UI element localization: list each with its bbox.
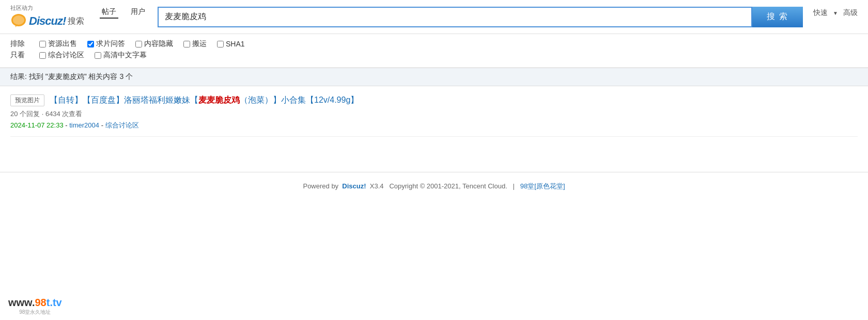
advanced-link[interactable]: 高级 — [843, 8, 858, 18]
quick-link[interactable]: 快速 — [813, 8, 828, 18]
exclude-label: 排除 — [10, 39, 29, 49]
filter-sha1[interactable]: SHA1 — [217, 40, 245, 48]
filter-sha1-label: SHA1 — [226, 40, 245, 48]
result-title-prefix: 【自转】【百度盘】洛丽塔福利姬嫩妹【 — [50, 95, 198, 104]
footer-discuz-brand: Discuz! — [342, 182, 366, 190]
search-button[interactable]: 搜 索 — [752, 7, 803, 27]
quick-dropdown-icon[interactable]: ▼ — [833, 10, 838, 16]
view-label: 只看 — [10, 51, 29, 60]
discuz-logo-icon — [10, 13, 27, 29]
search-input[interactable] — [158, 7, 752, 27]
results-summary: 结果: 找到 "麦麦脆皮鸡" 相关内容 3 个 — [10, 72, 133, 81]
footer-separator: | — [513, 182, 515, 190]
num-text: 98 — [35, 297, 46, 308]
result-info: 2024-11-07 22:33 - timer2004 - 综合讨论区 — [10, 121, 858, 130]
result-date: 2024-11-07 22:33 — [10, 121, 64, 129]
logo-discuz-row: Discuz! 搜索 — [10, 13, 84, 29]
filter-move-checkbox[interactable] — [183, 41, 190, 47]
filter-row-2: 只看 综合讨论区 高清中文字幕 — [10, 51, 858, 60]
filter-general-label: 综合讨论区 — [48, 51, 84, 60]
filter-hidden-checkbox[interactable] — [135, 41, 142, 47]
result-author-link[interactable]: timer2004 — [69, 121, 99, 129]
footer-powered-by: Powered by — [303, 182, 338, 190]
filter-area: 排除 资源出售 求片问答 内容隐藏 搬运 SHA1 只看 综合讨论区 — [0, 34, 868, 68]
filter-sha1-checkbox[interactable] — [217, 41, 224, 47]
logo-area: 社区动力 Discuz! 搜索 — [10, 4, 84, 29]
filter-hd-checkbox[interactable] — [95, 52, 101, 59]
filter-hidden-label: 内容隐藏 — [144, 39, 173, 49]
bottom-logo-line1: www.98t.tv — [8, 297, 62, 309]
header-right: 快速 ▼ 高级 — [813, 4, 858, 18]
www-text: www. — [8, 297, 35, 308]
filter-move-label: 搬运 — [192, 39, 207, 49]
filter-qa[interactable]: 求片问答 — [87, 39, 125, 49]
footer-site-link[interactable]: 98堂[原色花堂] — [520, 182, 565, 190]
results-header: 结果: 找到 "麦麦脆皮鸡" 相关内容 3 个 — [0, 68, 868, 86]
filter-resources-checkbox[interactable] — [39, 41, 46, 47]
nav-tabs: 帖子 用户 — [100, 4, 147, 19]
footer-version: X3.4 — [370, 182, 384, 190]
header: 社区动力 Discuz! 搜索 帖子 用户 搜 索 快速 ▼ 高级 — [0, 0, 868, 34]
result-dash2: - — [101, 121, 105, 129]
filter-qa-label: 求片问答 — [96, 39, 125, 49]
filter-hidden[interactable]: 内容隐藏 — [135, 39, 173, 49]
search-label-text: 搜索 — [68, 16, 84, 27]
discuz-brand-text: Discuz! — [29, 14, 66, 28]
table-row: 预览图片 【自转】【百度盘】洛丽塔福利姬嫩妹【麦麦脆皮鸡（泡菜）】小合集【12v… — [10, 94, 858, 137]
result-title-row: 预览图片 【自转】【百度盘】洛丽塔福利姬嫩妹【麦麦脆皮鸡（泡菜）】小合集【12v… — [10, 94, 858, 106]
filter-general[interactable]: 综合讨论区 — [39, 51, 84, 60]
result-title-suffix: （泡菜）】小合集【12v/4.99g】 — [240, 95, 359, 104]
tv-text: t.tv — [47, 297, 62, 308]
filter-row-1: 排除 资源出售 求片问答 内容隐藏 搬运 SHA1 — [10, 39, 858, 49]
filter-general-checkbox[interactable] — [39, 52, 46, 59]
footer-copyright: Copyright © 2001-2021, Tencent Cloud. — [389, 182, 507, 190]
tab-posts[interactable]: 帖子 — [100, 6, 118, 19]
filter-qa-checkbox[interactable] — [87, 41, 94, 47]
bottom-subtitle: 98堂永久地址 — [8, 309, 62, 316]
filter-move[interactable]: 搬运 — [183, 39, 207, 49]
result-title-link[interactable]: 【自转】【百度盘】洛丽塔福利姬嫩妹【麦麦脆皮鸡（泡菜）】小合集【12v/4.99… — [50, 95, 359, 106]
filter-hd[interactable]: 高清中文字幕 — [95, 51, 147, 60]
filter-resources-label: 资源出售 — [48, 39, 77, 49]
preview-image-button[interactable]: 预览图片 — [10, 94, 44, 106]
result-title-highlight: 麦麦脆皮鸡 — [198, 95, 240, 104]
tab-users[interactable]: 用户 — [129, 6, 147, 19]
results-area: 预览图片 【自转】【百度盘】洛丽塔福利姬嫩妹【麦麦脆皮鸡（泡菜）】小合集【12v… — [0, 86, 868, 151]
logo-top-text: 社区动力 — [10, 4, 33, 12]
result-forum-link[interactable]: 综合讨论区 — [105, 121, 139, 129]
footer: Powered by Discuz! X3.4 Copyright © 2001… — [0, 172, 868, 200]
search-bar: 搜 索 — [158, 7, 803, 27]
result-meta: 20 个回复 · 6434 次查看 — [10, 109, 858, 119]
bottom-logo-area: www.98t.tv 98堂永久地址 — [0, 293, 70, 320]
filter-hd-label: 高清中文字幕 — [103, 51, 147, 60]
filter-resources[interactable]: 资源出售 — [39, 39, 77, 49]
svg-point-1 — [13, 15, 24, 25]
